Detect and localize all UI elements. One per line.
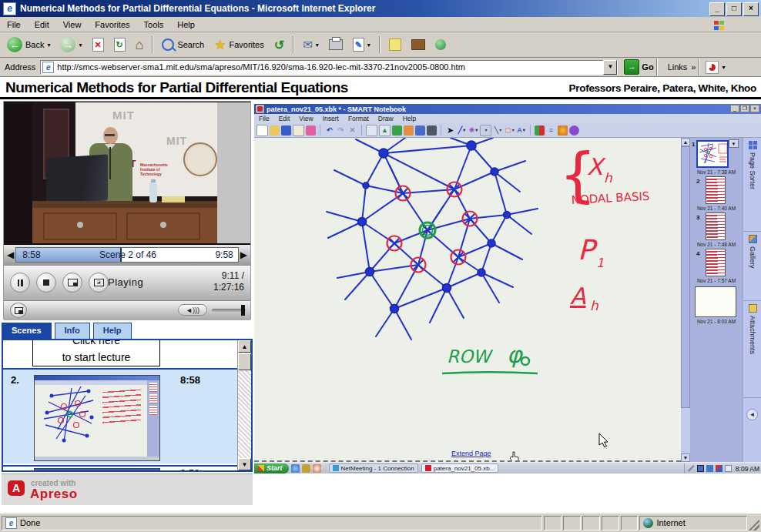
scene-3-thumbnail[interactable] — [34, 468, 160, 472]
tab-attachments[interactable]: Attachments — [743, 301, 761, 398]
show-all-icon[interactable]: ▲ — [379, 125, 391, 136]
scroll-up-icon[interactable]: ▲ — [238, 340, 251, 353]
prev-scene-icon[interactable]: ◀ — [5, 249, 15, 260]
menu-tools[interactable]: Tools — [137, 18, 171, 31]
tab-gallery[interactable]: Gallery — [743, 232, 761, 301]
canvas-scroll-down-icon[interactable]: ▼ — [681, 453, 690, 462]
links-chevron-icon[interactable]: » — [691, 62, 696, 72]
redo-icon[interactable]: ↷ — [336, 125, 346, 136]
stop-button[interactable]: ✕ — [89, 36, 108, 53]
properties-icon[interactable] — [569, 125, 579, 136]
close-button[interactable]: × — [743, 2, 759, 16]
forward-dropdown-icon[interactable]: ▾ — [79, 42, 82, 49]
tab-help[interactable]: Help — [93, 323, 132, 339]
edit-dropdown-icon[interactable]: ▾ — [367, 42, 370, 49]
video-frame[interactable]: MIT MIT MIT Massachusetts Institute of T… — [4, 102, 250, 244]
scroll-down-icon[interactable]: ▼ — [238, 458, 251, 470]
paste-icon[interactable] — [293, 125, 304, 136]
undo-icon[interactable]: ↶ — [324, 125, 334, 136]
eraser-icon[interactable] — [480, 125, 491, 136]
nb-menu-help[interactable]: Help — [398, 115, 421, 122]
scene-item-3[interactable]: 3. 9:58 — [3, 465, 238, 472]
tray-display-icon[interactable] — [697, 465, 704, 472]
extend-page-link[interactable]: Extend Page — [451, 450, 491, 457]
address-input[interactable]: e http://smcs-webserver-sma1.mit.edu/sma… — [40, 60, 618, 75]
menu-view[interactable]: View — [56, 18, 89, 31]
tab-info[interactable]: Info — [55, 323, 90, 339]
back-button[interactable]: ← Back ▾ — [3, 35, 54, 54]
quicklaunch-media-icon[interactable] — [313, 464, 321, 473]
page-3-thumbnail[interactable] — [706, 212, 726, 240]
notes-button[interactable] — [385, 37, 405, 52]
text-tool-icon[interactable]: A — [516, 125, 526, 136]
nb-restore-button[interactable]: ❐ — [740, 105, 749, 112]
tray-pen-icon[interactable] — [688, 465, 695, 472]
nb-menu-insert[interactable]: Insert — [318, 115, 344, 122]
stop-playback-button[interactable] — [36, 273, 56, 293]
shapes-icon[interactable]: ▢ — [505, 125, 515, 136]
discuss-button[interactable] — [407, 38, 429, 52]
volume-handle[interactable] — [241, 305, 245, 316]
tab-scenes[interactable]: Scenes — [2, 323, 52, 339]
collapse-sidebar-icon[interactable]: ◄ — [746, 409, 758, 420]
color-swatch-icon[interactable] — [535, 125, 545, 136]
quicklaunch-desktop-icon[interactable] — [302, 464, 310, 473]
open-icon[interactable] — [270, 125, 280, 136]
pause-button[interactable] — [10, 273, 30, 293]
next-scene-icon[interactable]: ▶ — [239, 249, 249, 260]
delete-icon[interactable]: ✕ — [347, 125, 357, 136]
back-dropdown-icon[interactable]: ▾ — [47, 42, 50, 49]
search-button[interactable]: Search — [158, 37, 208, 52]
adobe-dropdown-icon[interactable]: ▾ — [722, 64, 725, 71]
save-icon[interactable] — [281, 125, 291, 136]
page-5-thumbnail[interactable] — [695, 286, 736, 317]
links-button[interactable]: Links » — [668, 62, 696, 72]
layout-button[interactable] — [62, 273, 82, 293]
transparency-icon[interactable] — [558, 125, 568, 136]
new-page-icon[interactable] — [256, 125, 268, 136]
canvas-scroll-up-icon[interactable]: ▲ — [681, 138, 690, 146]
adobe-pdf-button[interactable]: ▾ — [702, 59, 729, 75]
notebook-canvas[interactable]: { X h NODAL BASIS P 1 A h ROW φ — [254, 138, 681, 462]
screen-capture-icon[interactable] — [415, 125, 425, 136]
nb-menu-file[interactable]: File — [254, 115, 274, 122]
select-tool-icon[interactable]: ➤ — [445, 125, 455, 136]
minimize-button[interactable]: _ — [709, 2, 725, 16]
scroll-thumb[interactable] — [238, 353, 251, 370]
seek-bar[interactable]: 8:58 Scene 2 of 46 9:58 — [15, 247, 239, 263]
scene-item-2[interactable]: 2. 8:58 — [3, 370, 238, 463]
mail-button[interactable]: ✉▾ — [299, 36, 323, 53]
nb-menu-draw[interactable]: Draw — [374, 115, 398, 122]
scene-item-1[interactable]: Click here to start lecture — [3, 340, 238, 370]
page-2-thumbnail[interactable] — [706, 176, 726, 204]
tray-antivirus-icon[interactable] — [716, 465, 722, 472]
resize-grip[interactable] — [749, 516, 759, 530]
edit-button[interactable]: ✎▾ — [349, 36, 374, 53]
popout-button[interactable] — [10, 303, 27, 318]
quicklaunch-ie-icon[interactable] — [291, 464, 300, 473]
refresh-button[interactable]: ↻ — [110, 36, 129, 53]
nb-menu-view[interactable]: View — [294, 115, 317, 122]
tray-network-icon[interactable] — [706, 465, 713, 472]
favorites-button[interactable]: ★ Favorites — [210, 35, 268, 55]
page-4-thumbnail[interactable] — [706, 249, 726, 276]
table-icon[interactable] — [404, 125, 414, 136]
nb-minimize-button[interactable]: _ — [730, 105, 739, 112]
home-button[interactable]: ⌂ — [132, 35, 148, 55]
volume-slider[interactable] — [212, 309, 246, 312]
start-lecture-box[interactable]: Click here to start lecture — [32, 340, 160, 366]
mail-dropdown-icon[interactable]: ▾ — [316, 42, 319, 49]
messenger-button[interactable] — [431, 38, 450, 52]
line-tool-icon[interactable]: ╲ — [493, 125, 503, 136]
address-dropdown-icon[interactable]: ▼ — [603, 60, 617, 75]
maximize-button[interactable]: □ — [726, 2, 742, 16]
scene-list-scrollbar[interactable]: ▲ ▼ — [237, 340, 251, 470]
nb-menu-format[interactable]: Format — [344, 115, 374, 122]
creative-pen-icon[interactable]: ✳ — [468, 125, 478, 136]
canvas-scrollbar[interactable]: ▲ ▼ — [681, 138, 690, 462]
line-width-icon[interactable]: ≡ — [546, 125, 556, 136]
tab-page-sorter[interactable]: Page Sorter — [743, 138, 761, 232]
canvas-scroll-thumb[interactable] — [681, 146, 690, 408]
menu-help[interactable]: Help — [170, 18, 202, 31]
start-button[interactable]: Start — [254, 463, 289, 473]
